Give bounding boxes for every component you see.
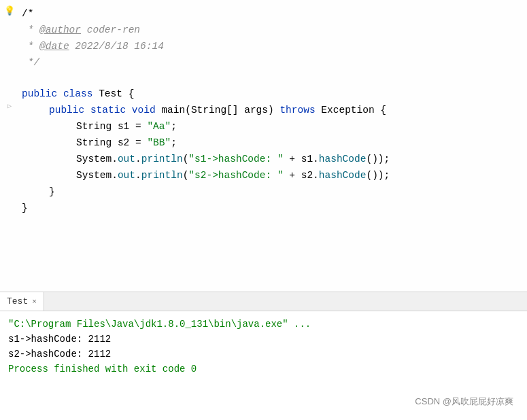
token-method: println bbox=[141, 170, 183, 181]
code-content: * @date 2022/8/18 16:14 bbox=[19, 38, 169, 54]
token-cm: coder-ren bbox=[81, 24, 140, 35]
token-plain: ()); bbox=[366, 154, 390, 164]
token-plain: + s2. bbox=[284, 170, 319, 181]
token-str: "s2->hashCode: " bbox=[188, 170, 283, 181]
token-method: hashCode bbox=[319, 170, 367, 181]
code-line: System.out.println("s1->hashCode: " + s1… bbox=[0, 151, 527, 167]
code-line: String s2 = "BB"; bbox=[0, 135, 527, 151]
code-line: System.out.println("s2->hashCode: " + s2… bbox=[0, 167, 527, 183]
token-cm-tag: @date bbox=[39, 41, 69, 52]
token-kw: static bbox=[90, 105, 126, 116]
code-line: ▷public static void main(String[] args) … bbox=[0, 102, 527, 118]
token-plain: main( bbox=[156, 105, 191, 116]
output-tab-label: Test bbox=[7, 296, 28, 307]
output-tab[interactable]: Test × bbox=[0, 292, 44, 311]
token-str: "s1->hashCode: " bbox=[188, 154, 283, 164]
output-tab-bar: Test × bbox=[0, 292, 527, 311]
token-plain bbox=[84, 105, 90, 116]
token-plain: String s2 = bbox=[76, 137, 147, 148]
token-kw: throws bbox=[279, 105, 315, 116]
code-line: } bbox=[0, 183, 527, 200]
token-kw: class bbox=[63, 88, 93, 99]
code-content: * @author coder-ren bbox=[19, 22, 146, 38]
bulb-icon: 💡 bbox=[4, 5, 15, 16]
token-method: hashCode bbox=[319, 154, 367, 164]
token-plain: System. bbox=[76, 170, 118, 181]
code-content: String s1 = "Aa"; bbox=[19, 118, 182, 135]
output-line: "C:\Program Files\Java\jdk1.8.0_131\bin\… bbox=[8, 317, 519, 332]
code-line bbox=[0, 71, 527, 86]
code-content: System.out.println("s2->hashCode: " + s2… bbox=[19, 167, 395, 183]
code-line: String s1 = "Aa"; bbox=[0, 118, 527, 135]
output-text: Process finished with exit code 0 bbox=[8, 364, 197, 374]
token-plain bbox=[126, 105, 132, 116]
close-icon[interactable]: × bbox=[32, 298, 37, 306]
token-plain: String[] args) bbox=[191, 105, 280, 116]
token-plain: System. bbox=[76, 154, 118, 164]
token-str: "Aa" bbox=[147, 121, 171, 132]
token-cm: * bbox=[22, 24, 39, 35]
token-kw: void bbox=[132, 105, 156, 116]
token-plain: /* bbox=[22, 8, 33, 19]
token-plain: Exception { bbox=[316, 105, 386, 116]
gutter: ▷ bbox=[0, 102, 19, 110]
token-plain: } bbox=[49, 186, 55, 197]
token-plain: } bbox=[22, 203, 28, 213]
code-content bbox=[19, 71, 27, 72]
output-text: s1->hashCode: 2112 bbox=[8, 334, 111, 345]
code-content: public static void main(String[] args) t… bbox=[19, 102, 392, 118]
token-kw: public bbox=[49, 105, 84, 116]
token-cm: 2022/8/18 16:14 bbox=[69, 41, 164, 52]
code-line: */ bbox=[0, 54, 527, 71]
token-kw: public bbox=[22, 88, 57, 99]
output-line: s2->hashCode: 2112 bbox=[8, 347, 519, 362]
token-method: out bbox=[118, 170, 135, 181]
code-content: } bbox=[19, 183, 61, 200]
arrow-icon: ▷ bbox=[7, 102, 12, 110]
code-line: 💡/* bbox=[0, 5, 527, 22]
token-str: "BB" bbox=[147, 137, 171, 148]
token-cm: * bbox=[22, 41, 39, 52]
code-content: public class Test { bbox=[19, 86, 139, 102]
token-plain: . bbox=[135, 154, 141, 164]
editor-area: 💡/* * @author coder-ren * @date 2022/8/1… bbox=[0, 0, 527, 292]
token-method: out bbox=[118, 154, 135, 164]
output-text: s2->hashCode: 2112 bbox=[8, 349, 111, 360]
token-method: println bbox=[141, 154, 183, 164]
code-line: * @author coder-ren bbox=[0, 22, 527, 38]
token-plain bbox=[57, 88, 63, 99]
token-cm: */ bbox=[22, 57, 39, 68]
gutter: 💡 bbox=[0, 5, 19, 16]
token-plain: ()); bbox=[366, 170, 390, 181]
token-plain: String s1 = bbox=[76, 121, 147, 132]
token-plain: ; bbox=[171, 121, 177, 132]
token-plain: + s1. bbox=[284, 154, 319, 164]
editor-wrapper: 💡/* * @author coder-ren * @date 2022/8/1… bbox=[0, 0, 527, 420]
watermark: CSDN @风吹屁屁好凉爽 bbox=[415, 396, 513, 408]
token-plain: Test { bbox=[92, 88, 134, 99]
output-line: s1->hashCode: 2112 bbox=[8, 332, 519, 347]
code-line: * @date 2022/8/18 16:14 bbox=[0, 38, 527, 54]
token-cm-tag: @author bbox=[39, 24, 81, 35]
output-line: Process finished with exit code 0 bbox=[8, 362, 519, 377]
token-plain: ; bbox=[171, 137, 177, 148]
code-line: public class Test { bbox=[0, 86, 527, 102]
code-content: } bbox=[19, 200, 33, 216]
code-line: } bbox=[0, 200, 527, 216]
code-content: System.out.println("s1->hashCode: " + s1… bbox=[19, 151, 395, 167]
code-content: String s2 = "BB"; bbox=[19, 135, 182, 151]
output-text: "C:\Program Files\Java\jdk1.8.0_131\bin\… bbox=[8, 319, 311, 330]
code-content: /* bbox=[19, 5, 39, 22]
code-content: */ bbox=[19, 54, 45, 71]
token-plain: . bbox=[135, 170, 141, 181]
